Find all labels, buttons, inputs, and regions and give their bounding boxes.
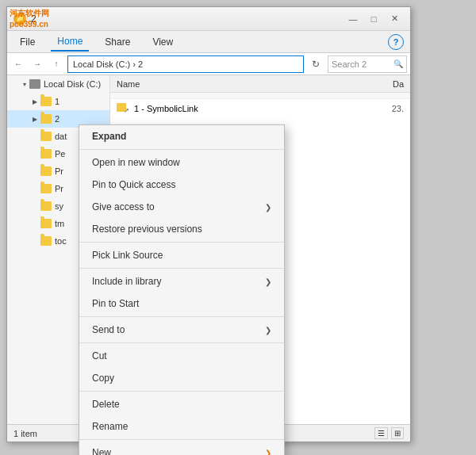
sidebar-item-label: Pr bbox=[55, 166, 63, 176]
file-date: 23. bbox=[392, 104, 404, 113]
drive-icon bbox=[29, 79, 40, 89]
folder-icon bbox=[40, 114, 52, 124]
menu-separator bbox=[79, 439, 284, 440]
menu-item-pin-quick-access[interactable]: Pin to Quick access bbox=[79, 174, 284, 196]
item-count: 1 item bbox=[13, 429, 37, 438]
sidebar-item-label: dat bbox=[55, 132, 67, 141]
tab-home[interactable]: Home bbox=[51, 32, 89, 52]
ribbon: File Home Share View ? bbox=[7, 31, 410, 53]
minimize-button[interactable]: — bbox=[344, 10, 363, 28]
menu-item-new[interactable]: New ❯ bbox=[79, 442, 284, 455]
menu-item-label: Delete bbox=[92, 399, 271, 410]
maximize-button[interactable]: □ bbox=[364, 10, 383, 28]
column-name: Name bbox=[117, 79, 393, 89]
sidebar-item-local-disk[interactable]: ▾ Local Disk (C:) bbox=[7, 75, 109, 93]
submenu-arrow-icon: ❯ bbox=[265, 203, 271, 212]
menu-item-copy[interactable]: Copy bbox=[79, 367, 284, 389]
back-button[interactable]: ← bbox=[10, 56, 26, 72]
sidebar-item-label: Pe bbox=[55, 149, 65, 159]
menu-item-label: Cut bbox=[92, 350, 271, 361]
title-bar: 📁 2 — □ ✕ bbox=[7, 7, 410, 31]
file-row[interactable]: ↗ 1 - SymbolicLink 23. bbox=[110, 99, 410, 118]
tab-view[interactable]: View bbox=[146, 33, 179, 51]
menu-item-restore-versions[interactable]: Restore previous versions bbox=[79, 218, 284, 240]
sidebar-item-label: Local Disk (C:) bbox=[44, 79, 101, 89]
submenu-arrow-icon: ❯ bbox=[265, 277, 271, 286]
search-placeholder: Search 2 bbox=[332, 59, 367, 69]
menu-item-cut[interactable]: Cut bbox=[79, 345, 284, 367]
menu-item-label: Give access to bbox=[92, 201, 265, 212]
folder-icon bbox=[40, 132, 52, 141]
menu-item-label: Pick Link Source bbox=[92, 250, 271, 261]
search-box[interactable]: Search 2 🔍 bbox=[328, 55, 407, 73]
menu-item-label: Include in library bbox=[92, 276, 265, 287]
folder-icon bbox=[40, 236, 52, 246]
sidebar-item-label: toc bbox=[55, 236, 67, 246]
menu-separator bbox=[79, 391, 284, 392]
address-bar: ← → ↑ Local Disk (C:) › 2 ↻ Search 2 🔍 bbox=[7, 53, 410, 75]
context-menu: Expand Open in new window Pin to Quick a… bbox=[79, 124, 285, 455]
column-date: Da bbox=[393, 79, 404, 89]
menu-separator bbox=[79, 268, 284, 269]
folder-icon bbox=[40, 97, 52, 106]
menu-item-label: Rename bbox=[92, 421, 271, 432]
menu-item-send-to[interactable]: Send to ❯ bbox=[79, 319, 284, 341]
refresh-button[interactable]: ↻ bbox=[307, 55, 324, 73]
menu-separator bbox=[79, 149, 284, 150]
menu-item-label: Expand bbox=[92, 131, 271, 142]
folder-icon bbox=[40, 166, 52, 176]
submenu-arrow-icon: ❯ bbox=[265, 449, 271, 456]
sidebar-item-label: 2 bbox=[55, 114, 60, 124]
window-controls: — □ ✕ bbox=[344, 10, 404, 28]
explorer-window: 📁 2 — □ ✕ File Home Share View ? ← → ↑ L… bbox=[6, 6, 411, 442]
sidebar-item-label: Pr bbox=[55, 184, 63, 193]
file-list-header: Name Da bbox=[110, 75, 410, 93]
menu-separator bbox=[79, 242, 284, 243]
sidebar-item-label: 1 bbox=[55, 97, 60, 106]
tab-share[interactable]: Share bbox=[98, 33, 136, 51]
menu-item-delete[interactable]: Delete bbox=[79, 393, 284, 415]
menu-separator bbox=[79, 316, 284, 317]
address-path[interactable]: Local Disk (C:) › 2 bbox=[67, 55, 304, 73]
sidebar-item-1[interactable]: ▶ 1 bbox=[7, 93, 109, 110]
menu-item-label: Restore previous versions bbox=[92, 224, 271, 235]
menu-item-label: New bbox=[92, 447, 265, 455]
sidebar-item-label: tm bbox=[55, 219, 64, 228]
folder-icon bbox=[40, 149, 52, 159]
help-button[interactable]: ? bbox=[388, 34, 404, 50]
expand-arrow-icon: ▶ bbox=[33, 116, 37, 123]
menu-item-expand[interactable]: Expand bbox=[79, 125, 284, 147]
folder-icon bbox=[40, 201, 52, 211]
forward-button[interactable]: → bbox=[29, 56, 45, 72]
sidebar-item-label: sy bbox=[55, 201, 63, 211]
menu-item-include-library[interactable]: Include in library ❯ bbox=[79, 270, 284, 292]
address-text: Local Disk (C:) › 2 bbox=[73, 59, 143, 69]
symlink-icon: ↗ bbox=[117, 103, 129, 114]
menu-item-label: Send to bbox=[92, 324, 265, 335]
tab-file[interactable]: File bbox=[13, 33, 41, 51]
expand-arrow-icon: ▾ bbox=[23, 81, 26, 88]
submenu-arrow-icon: ❯ bbox=[265, 326, 271, 335]
large-icon-view-button[interactable]: ⊞ bbox=[391, 427, 404, 439]
details-view-button[interactable]: ☰ bbox=[374, 427, 388, 439]
menu-item-label: Pin to Quick access bbox=[92, 179, 271, 190]
menu-item-give-access[interactable]: Give access to ❯ bbox=[79, 196, 284, 218]
search-icon: 🔍 bbox=[393, 59, 403, 68]
column-sort-area bbox=[110, 93, 410, 99]
up-button[interactable]: ↑ bbox=[48, 56, 64, 72]
menu-item-label: Copy bbox=[92, 373, 271, 384]
menu-item-pick-link-source[interactable]: Pick Link Source bbox=[79, 244, 284, 266]
view-controls: ☰ ⊞ bbox=[374, 427, 404, 439]
close-button[interactable]: ✕ bbox=[385, 10, 404, 28]
menu-item-pin-start[interactable]: Pin to Start bbox=[79, 292, 284, 315]
expand-arrow-icon: ▶ bbox=[33, 98, 37, 105]
menu-item-rename[interactable]: Rename bbox=[79, 415, 284, 438]
menu-item-label: Open in new window bbox=[92, 157, 271, 168]
folder-icon bbox=[40, 184, 52, 193]
menu-item-label: Pin to Start bbox=[92, 298, 271, 309]
folder-icon bbox=[40, 219, 52, 228]
menu-item-open-new-window[interactable]: Open in new window bbox=[79, 151, 284, 174]
file-name: 1 - SymbolicLink bbox=[134, 104, 198, 113]
window-title: 2 bbox=[31, 13, 344, 25]
window-icon: 📁 bbox=[13, 13, 26, 25]
